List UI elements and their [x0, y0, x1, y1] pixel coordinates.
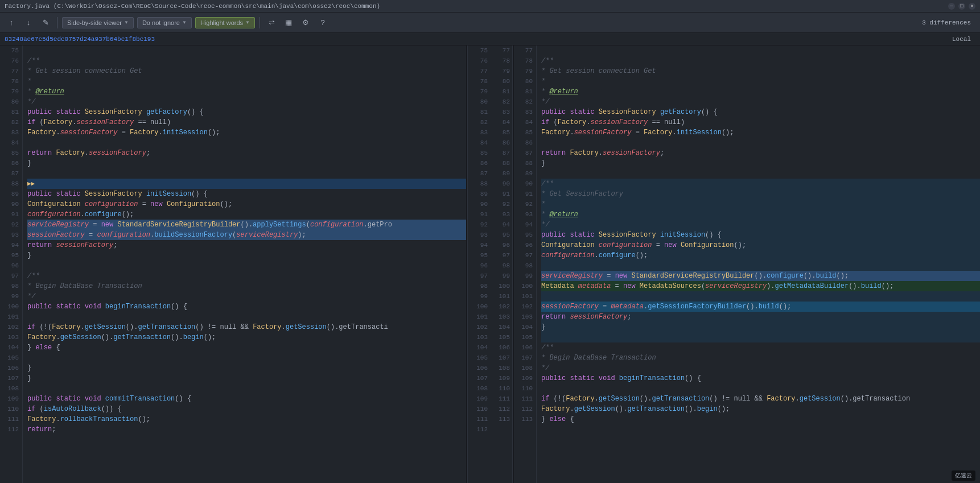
- code-line: [27, 353, 466, 363]
- viewer-mode-button[interactable]: Side-by-side viewer ▼: [62, 17, 134, 28]
- mid-right-num: 99: [490, 271, 510, 281]
- mid-left-num: 108: [468, 383, 488, 394]
- code-line: Configuration configuration = new Config…: [541, 240, 980, 250]
- code-line: [541, 168, 980, 179]
- ignore-button[interactable]: Do not ignore ▼: [137, 17, 192, 28]
- code-line: }: [541, 322, 980, 332]
- nav-prev-button[interactable]: ↑: [5, 16, 18, 30]
- edit-button[interactable]: ✎: [39, 16, 52, 30]
- mid-left-num: 98: [468, 281, 488, 291]
- code-line: /**: [541, 56, 980, 66]
- code-line: */: [27, 291, 466, 302]
- code-line: configuration.configure();: [541, 250, 980, 261]
- nav-next-button[interactable]: ↓: [22, 16, 35, 30]
- mid-right-num: 107: [490, 353, 510, 363]
- mid-right-num: 108: [490, 363, 510, 373]
- line-number: 89: [514, 168, 533, 179]
- mid-right-num: 89: [490, 168, 510, 179]
- maximize-button[interactable]: □: [958, 3, 965, 10]
- mid-right-num: 104: [490, 322, 510, 332]
- mid-right-num: 82: [490, 97, 510, 107]
- mid-right-num: [490, 424, 510, 435]
- code-line: return Factory.sessionFactory;: [27, 148, 466, 158]
- mid-right-num: 90: [490, 179, 510, 189]
- line-number: 90: [0, 199, 19, 209]
- line-number: 105: [514, 332, 533, 342]
- line-number: 109: [514, 373, 533, 383]
- line-number: 85: [514, 127, 533, 138]
- commit-bar: 83248ae67c5d5edc0757d24a937b64bc1f8bc193…: [0, 33, 980, 46]
- mid-left-num: 89: [468, 189, 488, 199]
- right-code-area[interactable]: 7778798081828384858687888990919293949596…: [514, 46, 980, 483]
- mid-right-num: 103: [490, 312, 510, 322]
- mid-right-num: 111: [490, 394, 510, 404]
- mid-right-num: 105: [490, 332, 510, 342]
- line-number: 77: [0, 66, 19, 76]
- line-number: 112: [514, 404, 533, 414]
- code-line: [541, 291, 980, 302]
- minimize-button[interactable]: ─: [948, 3, 955, 10]
- mid-right-num: 84: [490, 117, 510, 127]
- local-label: Local: [952, 36, 971, 43]
- line-number: 107: [514, 353, 533, 363]
- mid-left-num: 99: [468, 291, 488, 302]
- mid-right-num: 92: [490, 199, 510, 209]
- mid-left-num: 77: [468, 66, 488, 76]
- line-number: 77: [514, 46, 533, 56]
- compare-button[interactable]: ⇌: [265, 16, 278, 30]
- mid-left-num: 84: [468, 138, 488, 148]
- mid-right-num: 91: [490, 189, 510, 199]
- mid-right-num: 80: [490, 76, 510, 86]
- line-number: 80: [0, 97, 19, 107]
- help-button[interactable]: ?: [316, 16, 330, 30]
- line-number: 84: [514, 117, 533, 127]
- line-number: 108: [0, 383, 19, 394]
- mid-right-num: 87: [490, 148, 510, 158]
- mid-left-num: 82: [468, 117, 488, 127]
- mid-left-num: 97: [468, 271, 488, 281]
- line-number: 83: [514, 107, 533, 117]
- line-number: 82: [0, 117, 19, 127]
- code-line: return sessionFactory;: [27, 240, 466, 250]
- highlight-words-button[interactable]: Highlight words ▼: [195, 17, 255, 28]
- ignore-dropdown-arrow: ▼: [182, 20, 187, 25]
- mid-left-num: 92: [468, 220, 488, 230]
- diff-count: 3 differences: [922, 19, 975, 26]
- code-line: [541, 46, 980, 56]
- mid-right-num: 94: [490, 220, 510, 230]
- title-bar: Factory.java (C:\WorkDir\Ossez-Com\REoC\…: [0, 0, 980, 13]
- mid-right-num: 81: [490, 86, 510, 97]
- code-line: [27, 383, 466, 394]
- settings-button[interactable]: ⚙: [299, 16, 312, 30]
- line-number: 80: [514, 76, 533, 86]
- watermark: 亿速云: [952, 470, 975, 481]
- line-number: 92: [514, 199, 533, 209]
- line-number: 101: [514, 291, 533, 302]
- line-number: 97: [0, 271, 19, 281]
- code-line: [27, 312, 466, 322]
- close-button[interactable]: ✕: [969, 3, 975, 10]
- mid-left-num: 93: [468, 230, 488, 240]
- code-line: /**: [541, 179, 980, 189]
- code-line: Factory.getSession().getTransaction().be…: [541, 404, 980, 414]
- code-line: if (isAutoRollback()) {: [27, 404, 466, 414]
- toggle-button[interactable]: ▦: [282, 16, 295, 30]
- mid-right-num: 113: [490, 414, 510, 424]
- code-line: * Begin DataBase Transaction: [541, 353, 980, 363]
- code-line: Metadata metadata = new MetadataSources(…: [541, 281, 980, 291]
- toolbar: ↑ ↓ ✎ Side-by-side viewer ▼ Do not ignor…: [0, 13, 980, 33]
- mid-left-num: 85: [468, 148, 488, 158]
- mid-left-num: 111: [468, 414, 488, 424]
- mid-right-num: 93: [490, 209, 510, 220]
- line-number: 98: [0, 281, 19, 291]
- mid-left-num: 76: [468, 56, 488, 66]
- code-line: [27, 261, 466, 271]
- line-number: 112: [0, 424, 19, 435]
- line-number: 87: [0, 168, 19, 179]
- left-code-area[interactable]: 7576777879808182838485868788899091929394…: [0, 46, 466, 483]
- code-line: public static SessionFactory initSession…: [541, 230, 980, 240]
- line-number: 103: [514, 312, 533, 322]
- code-line: [27, 168, 466, 179]
- code-line: configuration.configure();: [27, 209, 466, 220]
- mid-right-num: 86: [490, 138, 510, 148]
